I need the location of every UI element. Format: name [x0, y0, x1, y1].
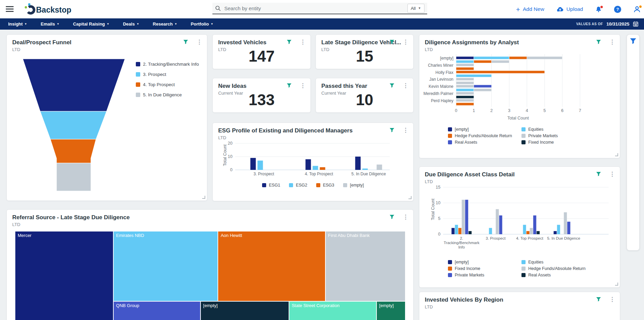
treemap-tile-qnb-group[interactable]: QNB Group: [113, 301, 200, 320]
asset-legend-item-hedge-funds-absolute-return[interactable]: Hedge Funds/Absolute Return: [521, 265, 585, 272]
resize-handle-icon[interactable]: [615, 283, 618, 286]
asset-legend-item-empty[interactable]: [empty]: [448, 259, 521, 265]
chevron-down-icon: ▼: [57, 22, 59, 26]
treemap-tile-emirates-nbd[interactable]: Emirates NBD: [113, 231, 218, 301]
upload-button[interactable]: Upload: [557, 6, 583, 12]
treemap-tile-aon-hewitt[interactable]: Aon Hewitt: [218, 231, 325, 301]
asset-legend-item-equities[interactable]: Equities: [521, 259, 585, 265]
funnel-legend-item-4-top-prospect[interactable]: 4. Top Prospect: [136, 82, 199, 87]
kpi-value: 147: [213, 47, 310, 65]
legend-swatch: [448, 140, 452, 144]
card-referral-source: Referral Source - Late Stage Due Diligen…: [6, 209, 414, 320]
svg-text:4. Top Prospect: 4. Top Prospect: [305, 172, 333, 176]
analyst-legend-item-empty[interactable]: [empty]: [448, 126, 521, 132]
help-button[interactable]: ?: [614, 6, 621, 13]
entity-search-bar: All▼: [212, 3, 427, 14]
resize-handle-icon[interactable]: [408, 196, 412, 199]
resize-handle-icon[interactable]: [615, 153, 618, 156]
referral-treemap: MercerEmirates NBDAon HewittFirst Abu Dh…: [15, 231, 405, 320]
funnel-legend-item-3-prospect[interactable]: 3. Prospect: [136, 72, 199, 77]
esg-legend-item-esg3[interactable]: ESG3: [316, 183, 334, 188]
chevron-down-icon: ▼: [136, 22, 139, 26]
legend-swatch: [521, 134, 526, 138]
svg-text:2.: 2.: [460, 236, 463, 240]
user-profile-button[interactable]: [633, 6, 641, 13]
analyst-legend-item-hedge-funds-absolute-return[interactable]: Hedge Funds/Absolute Return: [448, 132, 521, 139]
calendar-icon[interactable]: [633, 21, 639, 27]
card-title: Referral Source - Late Stage Due Diligen…: [12, 214, 408, 221]
legend-label: Equities: [528, 260, 543, 265]
kebab-menu-icon[interactable]: ⋮: [403, 83, 408, 89]
legend-label: Hedge Funds/Absolute Return: [528, 266, 585, 271]
card-passed-this-year: Passed this Year Current Year ⋮ 10: [316, 78, 414, 113]
legend-swatch: [448, 267, 452, 271]
treemap-tile-empty[interactable]: [empty]: [376, 301, 405, 320]
filter-icon[interactable]: [596, 297, 601, 302]
backstop-dashboard: Backstop All▼ + Add New Upl: [0, 0, 644, 320]
legend-label: Private Markets: [455, 273, 484, 277]
legend-label: [empty]: [350, 183, 364, 188]
funnel-legend-item-5-in-due-diligence[interactable]: 5. In Due Diligence: [136, 92, 199, 97]
kebab-menu-icon[interactable]: ⋮: [300, 39, 306, 45]
analyst-legend-item-equities[interactable]: Equities: [521, 126, 558, 132]
legend-label: Private Markets: [528, 133, 558, 138]
analyst-legend-item-fixed-income[interactable]: Fixed Income: [521, 139, 558, 145]
filter-icon[interactable]: [389, 39, 395, 45]
esg-legend-item-esg1[interactable]: ESG1: [262, 183, 280, 188]
notifications-button[interactable]: [595, 6, 602, 13]
filter-panel-icon[interactable]: [630, 38, 637, 250]
asset-legend-item-private-markets[interactable]: Private Markets: [448, 272, 521, 278]
kebab-menu-icon[interactable]: ⋮: [300, 83, 306, 89]
nav-menu-deals[interactable]: Deals▼: [123, 21, 139, 27]
legend-label: [empty]: [455, 260, 469, 265]
kebab-menu-icon[interactable]: ⋮: [403, 39, 408, 45]
svg-text:3: 3: [508, 108, 511, 113]
treemap-tile-label: [empty]: [203, 303, 218, 308]
kebab-menu-icon[interactable]: ⋮: [196, 39, 202, 45]
treemap-tile-mercer[interactable]: Mercer: [15, 231, 113, 320]
backstop-logo[interactable]: Backstop: [24, 3, 75, 17]
legend-label: ESG3: [323, 183, 334, 188]
resize-handle-icon[interactable]: [202, 196, 205, 199]
treemap-tile-first-abu-dhabi-bank[interactable]: First Abu Dhabi Bank: [325, 231, 405, 301]
nav-menu-insight[interactable]: Insight▼: [8, 21, 27, 27]
top-actions: + Add New Upload ?: [516, 0, 641, 18]
svg-text:Jan Levinson: Jan Levinson: [429, 77, 453, 82]
funnel-legend-item-2-tracking-benchmark-info[interactable]: 2. Tracking/Benchmark Info: [136, 62, 199, 67]
kebab-menu-icon[interactable]: ⋮: [403, 214, 408, 220]
svg-text:6: 6: [561, 108, 564, 113]
nav-menu-capital-raising[interactable]: Capital Raising▼: [73, 21, 109, 27]
nav-menu-research[interactable]: Research▼: [153, 21, 177, 27]
kpi-value: 133: [213, 91, 310, 109]
filter-icon[interactable]: [389, 83, 395, 88]
legend-swatch: [448, 127, 452, 131]
filter-icon[interactable]: [389, 214, 395, 220]
analyst-legend: [empty]Hedge Funds/Absolute ReturnReal A…: [448, 126, 558, 145]
svg-text:Kevin Malone: Kevin Malone: [429, 84, 453, 89]
filter-icon[interactable]: [183, 39, 188, 45]
legend-swatch: [136, 72, 140, 77]
legend-swatch: [343, 183, 347, 187]
search-scope-dropdown[interactable]: All▼: [407, 4, 424, 13]
filter-icon[interactable]: [287, 39, 292, 45]
add-new-button[interactable]: + Add New: [516, 6, 544, 13]
analyst-legend-item-private-markets[interactable]: Private Markets: [521, 132, 558, 139]
svg-text:20: 20: [228, 141, 232, 146]
search-input[interactable]: [224, 5, 407, 12]
analyst-legend-item-real-assets[interactable]: Real Assets: [448, 139, 521, 145]
svg-text:4: 4: [526, 108, 528, 113]
nav-menu-portfolio[interactable]: Portfolio▼: [191, 21, 213, 27]
nav-menu-emails[interactable]: Emails▼: [41, 21, 60, 27]
svg-text:10: 10: [436, 201, 440, 205]
treemap-tile-state-street-corporation[interactable]: State Street Corporation: [289, 301, 376, 320]
treemap-tile-empty[interactable]: [empty]: [200, 301, 289, 320]
filter-icon[interactable]: [287, 83, 292, 88]
kebab-menu-icon[interactable]: ⋮: [609, 297, 615, 302]
asset-legend-item-fixed-income[interactable]: Fixed Income: [448, 265, 521, 272]
esg-legend-item-esg2[interactable]: ESG2: [289, 183, 307, 188]
treemap-tile-label: State Street Corporation: [292, 303, 339, 308]
asset-legend-item-real-assets[interactable]: Real Assets: [521, 272, 585, 278]
svg-text:Info: Info: [458, 245, 465, 249]
esg-legend-item-empty[interactable]: [empty]: [343, 183, 364, 188]
hamburger-menu-icon[interactable]: [6, 6, 14, 12]
